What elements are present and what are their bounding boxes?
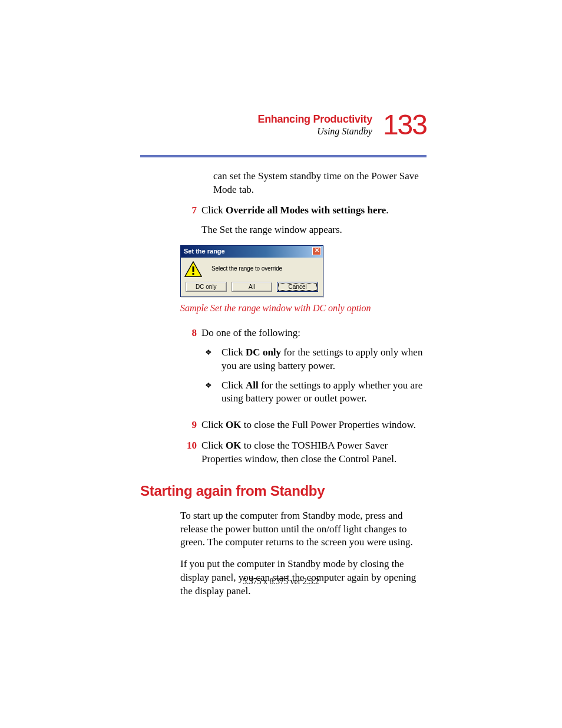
step-9: 9 Click OK to close the Full Power Prope…: [140, 419, 427, 432]
step-number: 10: [180, 439, 197, 453]
document-page: Enhancing Productivity Using Standby 133…: [0, 0, 562, 642]
text-bold: DC only: [246, 347, 281, 358]
dialog-message: Select the range to override: [211, 265, 282, 273]
step-body: Click OK to close the TOSHIBA Power Save…: [201, 439, 427, 466]
dialog-titlebar: Set the range ✕: [181, 246, 323, 258]
cancel-button[interactable]: Cancel: [277, 282, 318, 292]
set-the-range-dialog: Set the range ✕ Select the range to over…: [180, 245, 323, 297]
text: Click: [201, 419, 226, 430]
step-body: Click Override all Modes with settings h…: [201, 204, 427, 237]
header-text-block: Enhancing Productivity Using Standby: [257, 113, 372, 138]
text-bold: OK: [226, 419, 241, 430]
text-bold: OK: [226, 440, 241, 451]
close-icon[interactable]: ✕: [312, 247, 321, 255]
header-divider: [140, 155, 427, 157]
dc-only-button[interactable]: DC only: [186, 282, 227, 292]
step-follow: The Set the range window appears.: [201, 223, 427, 237]
page-footer: 5.375 x 8.375 ver 2.3.2: [0, 577, 562, 587]
section-heading: Starting again from Standby: [140, 482, 427, 500]
diamond-bullet-icon: ❖: [205, 346, 217, 359]
svg-rect-2: [193, 273, 194, 275]
list-item: ❖ Click All for the settings to apply wh…: [201, 379, 427, 406]
step-body: Click OK to close the Full Power Propert…: [201, 419, 427, 432]
dialog-title: Set the range: [184, 247, 225, 256]
step-body: Do one of the following: ❖ Click DC only…: [201, 327, 427, 412]
text: Click: [201, 440, 226, 451]
dialog-screenshot: Set the range ✕ Select the range to over…: [180, 245, 323, 297]
step-10: 10 Click OK to close the TOSHIBA Power S…: [140, 439, 427, 466]
page-number: 133: [383, 111, 427, 139]
text: Click: [222, 347, 246, 358]
dialog-button-row: DC only All Cancel: [181, 281, 323, 297]
text: to close the Full Power Properties windo…: [242, 419, 416, 430]
sub-bullet-list: ❖ Click DC only for the settings to appl…: [201, 346, 427, 406]
running-header: Enhancing Productivity Using Standby 133: [257, 111, 427, 139]
step-intro: Do one of the following:: [201, 327, 427, 340]
step-8: 8 Do one of the following: ❖ Click DC on…: [140, 327, 427, 412]
figure-caption: Sample Set the range window with DC only…: [180, 302, 427, 315]
main-content: can set the System standby time on the P…: [140, 170, 427, 598]
step-number: 7: [180, 204, 197, 218]
text-bold: All: [246, 380, 259, 391]
step-7: 7 Click Override all Modes with settings…: [140, 204, 427, 237]
text-bold: Override all Modes with settings here: [226, 205, 386, 216]
text: Click: [201, 205, 226, 216]
text: .: [386, 205, 388, 216]
chapter-title: Enhancing Productivity: [257, 113, 372, 126]
svg-rect-1: [193, 266, 194, 272]
header-section: Using Standby: [257, 126, 372, 137]
dialog-body: Select the range to override: [181, 258, 323, 281]
body-paragraph: To start up the computer from Standby mo…: [180, 509, 427, 550]
carry-over-paragraph: can set the System standby time on the P…: [140, 170, 427, 197]
diamond-bullet-icon: ❖: [205, 379, 217, 392]
all-button[interactable]: All: [232, 282, 273, 292]
warning-icon: [184, 261, 202, 277]
step-number: 9: [180, 419, 197, 432]
step-number: 8: [180, 327, 197, 340]
list-item: ❖ Click DC only for the settings to appl…: [201, 346, 427, 373]
text: Click: [222, 380, 246, 391]
